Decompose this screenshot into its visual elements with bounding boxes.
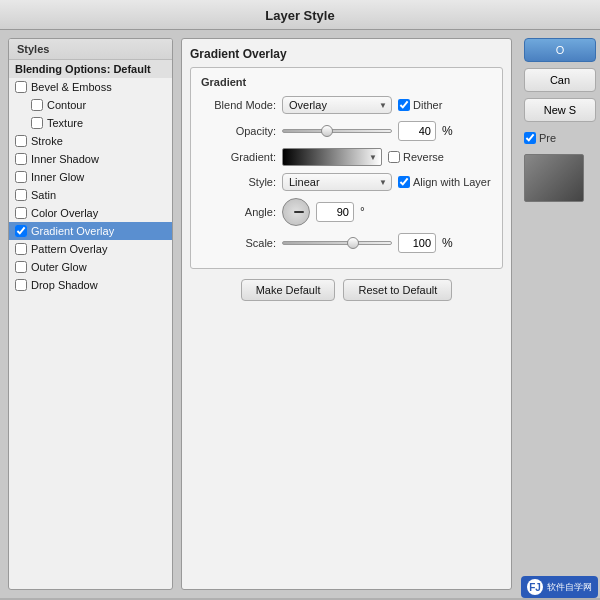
new-style-button[interactable]: New S — [524, 98, 596, 122]
sidebar-item-bevel-emboss[interactable]: Bevel & Emboss — [9, 78, 172, 96]
preview-checkbox[interactable] — [524, 132, 536, 144]
label-drop-shadow: Drop Shadow — [31, 279, 98, 291]
opacity-unit: % — [442, 124, 453, 138]
label-stroke: Stroke — [31, 135, 63, 147]
sidebar-item-blending-options: Blending Options: Default — [9, 60, 172, 78]
make-default-button[interactable]: Make Default — [241, 279, 336, 301]
checkbox-gradient-overlay[interactable] — [15, 225, 27, 237]
align-layer-checkbox[interactable] — [398, 176, 410, 188]
angle-unit: ° — [360, 205, 365, 219]
label-blending-options: Blending Options: Default — [15, 63, 151, 75]
gradient-label: Gradient: — [201, 151, 276, 163]
gradient-swatch-wrapper[interactable] — [282, 148, 382, 166]
label-pattern-overlay: Pattern Overlay — [31, 243, 107, 255]
label-texture: Texture — [47, 117, 83, 129]
dialog-title: Layer Style — [265, 8, 334, 23]
angle-row: Angle: ° — [201, 198, 492, 226]
sidebar-item-inner-glow[interactable]: Inner Glow — [9, 168, 172, 186]
dialog-body: Styles Blending Options: DefaultBevel & … — [0, 30, 600, 598]
watermark: FJ 软件自学网 — [521, 576, 598, 598]
main-content: Gradient Overlay Gradient Blend Mode: No… — [173, 30, 520, 598]
gradient-sub-panel: Gradient Blend Mode: NormalDissolveDarke… — [190, 67, 503, 269]
reset-default-button[interactable]: Reset to Default — [343, 279, 452, 301]
checkbox-inner-glow[interactable] — [15, 171, 27, 183]
sidebar-title: Styles — [9, 39, 172, 60]
cancel-button[interactable]: Can — [524, 68, 596, 92]
blend-mode-label: Blend Mode: — [201, 99, 276, 111]
sidebar-items-container: Blending Options: DefaultBevel & EmbossC… — [9, 60, 172, 294]
gradient-overlay-panel: Gradient Overlay Gradient Blend Mode: No… — [181, 38, 512, 590]
sidebar-item-color-overlay[interactable]: Color Overlay — [9, 204, 172, 222]
label-inner-shadow: Inner Shadow — [31, 153, 99, 165]
checkbox-texture[interactable] — [31, 117, 43, 129]
checkbox-satin[interactable] — [15, 189, 27, 201]
sub-panel-title: Gradient — [201, 76, 492, 88]
checkbox-stroke[interactable] — [15, 135, 27, 147]
checkbox-color-overlay[interactable] — [15, 207, 27, 219]
button-row: Make Default Reset to Default — [190, 279, 503, 301]
title-bar: Layer Style — [0, 0, 600, 30]
label-gradient-overlay: Gradient Overlay — [31, 225, 114, 237]
sidebar-item-texture[interactable]: Texture — [9, 114, 172, 132]
sidebar-item-gradient-overlay[interactable]: Gradient Overlay — [9, 222, 172, 240]
sidebar-item-stroke[interactable]: Stroke — [9, 132, 172, 150]
label-satin: Satin — [31, 189, 56, 201]
panel-title: Gradient Overlay — [190, 47, 503, 61]
sidebar-item-inner-shadow[interactable]: Inner Shadow — [9, 150, 172, 168]
checkbox-bevel-emboss[interactable] — [15, 81, 27, 93]
angle-label: Angle: — [201, 206, 276, 218]
preview-box — [524, 154, 584, 202]
sidebar-item-satin[interactable]: Satin — [9, 186, 172, 204]
checkbox-contour[interactable] — [31, 99, 43, 111]
opacity-input[interactable] — [398, 121, 436, 141]
right-panel: O Can New S Pre — [520, 30, 600, 598]
scale-input[interactable] — [398, 233, 436, 253]
opacity-label: Opacity: — [201, 125, 276, 137]
label-color-overlay: Color Overlay — [31, 207, 98, 219]
scale-row: Scale: % — [201, 233, 492, 253]
align-layer-label: Align with Layer — [398, 176, 491, 188]
label-outer-glow: Outer Glow — [31, 261, 87, 273]
scale-slider[interactable] — [282, 241, 392, 245]
dither-label: Dither — [398, 99, 442, 111]
sidebar: Styles Blending Options: DefaultBevel & … — [8, 38, 173, 590]
scale-unit: % — [442, 236, 453, 250]
checkbox-drop-shadow[interactable] — [15, 279, 27, 291]
gradient-row: Gradient: Reverse — [201, 148, 492, 166]
angle-input[interactable] — [316, 202, 354, 222]
label-inner-glow: Inner Glow — [31, 171, 84, 183]
style-label: Style: — [201, 176, 276, 188]
checkbox-outer-glow[interactable] — [15, 261, 27, 273]
checkbox-pattern-overlay[interactable] — [15, 243, 27, 255]
blend-mode-select-wrapper: NormalDissolveDarkenMultiplyColor BurnLi… — [282, 96, 392, 114]
angle-dial[interactable] — [282, 198, 310, 226]
label-bevel-emboss: Bevel & Emboss — [31, 81, 112, 93]
opacity-row: Opacity: % — [201, 121, 492, 141]
ok-button[interactable]: O — [524, 38, 596, 62]
scale-label: Scale: — [201, 237, 276, 249]
sidebar-item-contour[interactable]: Contour — [9, 96, 172, 114]
sidebar-item-pattern-overlay[interactable]: Pattern Overlay — [9, 240, 172, 258]
style-select[interactable]: LinearRadialAngleReflectedDiamond — [282, 173, 392, 191]
gradient-swatch[interactable] — [282, 148, 382, 166]
blend-mode-select[interactable]: NormalDissolveDarkenMultiplyColor BurnLi… — [282, 96, 392, 114]
opacity-slider[interactable] — [282, 129, 392, 133]
dither-checkbox[interactable] — [398, 99, 410, 111]
preview-label: Pre — [524, 132, 596, 144]
watermark-icon: FJ — [527, 579, 543, 595]
reverse-checkbox[interactable] — [388, 151, 400, 163]
style-row: Style: LinearRadialAngleReflectedDiamond… — [201, 173, 492, 191]
style-select-wrapper: LinearRadialAngleReflectedDiamond — [282, 173, 392, 191]
sidebar-item-drop-shadow[interactable]: Drop Shadow — [9, 276, 172, 294]
sidebar-item-outer-glow[interactable]: Outer Glow — [9, 258, 172, 276]
label-contour: Contour — [47, 99, 86, 111]
checkbox-inner-shadow[interactable] — [15, 153, 27, 165]
reverse-label: Reverse — [388, 151, 444, 163]
blend-mode-row: Blend Mode: NormalDissolveDarkenMultiply… — [201, 96, 492, 114]
